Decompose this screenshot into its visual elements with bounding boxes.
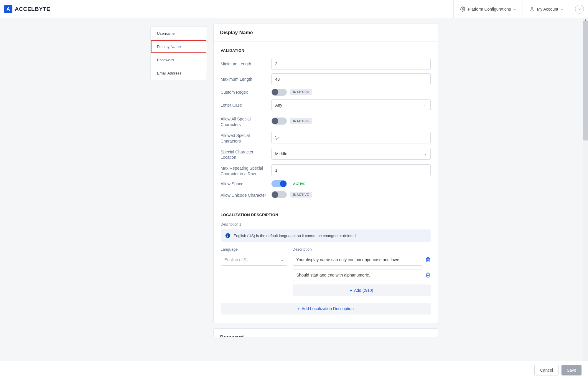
logo: A ACCELBYTE xyxy=(4,5,50,13)
help-button[interactable]: ? xyxy=(575,5,584,14)
custom-regex-toggle[interactable] xyxy=(271,89,287,96)
allowed-special-label: Allowed Special Characters xyxy=(221,131,271,144)
add-localization-button[interactable]: + Add Localization Description xyxy=(221,303,431,315)
localization-section-label: LOCALIZATION DESCRIPTION xyxy=(221,213,431,217)
custom-regex-badge: INACTIVE xyxy=(290,89,312,95)
logo-text: ACCELBYTE xyxy=(15,6,50,12)
allow-unicode-label: Allow Unicode Character xyxy=(221,191,271,198)
sidebar-item-display-name[interactable]: Display Name xyxy=(151,40,207,53)
allowed-special-input[interactable] xyxy=(271,132,431,143)
footer: Cancel Save xyxy=(0,361,588,375)
my-account-menu[interactable]: My Account ⌄ xyxy=(523,0,570,18)
gear-icon xyxy=(460,6,465,12)
letter-case-select[interactable]: Any ⌄ xyxy=(271,99,431,111)
info-box: i English (US) is the default language, … xyxy=(221,229,431,242)
chevron-down-icon: ⌄ xyxy=(424,152,427,156)
main-card: Display Name VALIDATION Minimum Length M… xyxy=(213,24,438,323)
chevron-down-icon: ⌄ xyxy=(281,258,284,262)
validation-section-label: VALIDATION xyxy=(221,48,431,53)
trash-icon[interactable] xyxy=(425,272,431,278)
sidebar-item-password[interactable]: Password xyxy=(151,53,207,67)
description-1-label: Description 1 xyxy=(221,222,431,226)
allow-space-toggle[interactable] xyxy=(271,180,287,187)
add-description-label: Add (2/10) xyxy=(354,288,373,293)
info-icon: i xyxy=(225,233,230,238)
special-loc-select[interactable]: Middle ⌄ xyxy=(271,148,431,160)
plus-icon: + xyxy=(297,306,300,311)
scrollbar[interactable]: ▲ xyxy=(583,18,588,361)
language-value: English (US) xyxy=(225,257,248,262)
scroll-up-icon[interactable]: ▲ xyxy=(583,18,588,21)
chevron-down-icon: ⌄ xyxy=(513,7,516,11)
max-length-label: Maximum Length xyxy=(221,77,271,82)
platform-config-label: Platform Configurations xyxy=(468,7,511,11)
scrollbar-thumb[interactable] xyxy=(583,21,588,140)
language-select[interactable]: English (US) ⌄ xyxy=(221,254,287,266)
side-tabs: Username Display Name Password Email Add… xyxy=(150,27,207,80)
topbar: A ACCELBYTE Platform Configurations ⌄ My… xyxy=(0,0,588,18)
platform-config-menu[interactable]: Platform Configurations ⌄ xyxy=(453,0,522,18)
chevron-down-icon: ⌄ xyxy=(424,103,427,107)
logo-mark-icon: A xyxy=(4,5,12,13)
sidebar-item-username[interactable]: Username xyxy=(151,27,207,40)
description-input-2[interactable] xyxy=(293,269,422,281)
help-icon: ? xyxy=(578,7,580,11)
topbar-right: Platform Configurations ⌄ My Account ⌄ ? xyxy=(453,0,584,18)
chevron-down-icon: ⌄ xyxy=(561,7,563,11)
max-length-input[interactable] xyxy=(271,73,431,85)
custom-regex-label: Custom Regex xyxy=(221,90,271,95)
plus-icon: + xyxy=(350,288,352,293)
max-repeat-label: Max Repeating Special Character in a Row xyxy=(221,164,271,177)
allow-unicode-toggle[interactable] xyxy=(271,191,287,198)
description-input-1[interactable] xyxy=(293,254,422,266)
allow-space-label: Allow Space xyxy=(221,181,271,187)
sidebar-item-email[interactable]: Email Address xyxy=(151,67,207,80)
allow-space-badge: ACTIVE xyxy=(290,181,309,187)
svg-point-1 xyxy=(531,7,533,9)
allow-special-badge: INACTIVE xyxy=(290,118,312,124)
description-row-2 xyxy=(293,269,431,281)
allow-special-toggle[interactable] xyxy=(271,117,287,125)
description-col-head: Description xyxy=(293,247,431,251)
add-localization-label: Add Localization Description xyxy=(302,306,354,311)
cancel-button[interactable]: Cancel xyxy=(534,365,559,375)
info-text: English (US) is the default language, so… xyxy=(234,234,357,238)
special-loc-value: Middle xyxy=(275,151,287,156)
next-card-title: Password xyxy=(214,329,438,337)
next-card: Password xyxy=(213,328,438,337)
user-icon xyxy=(529,6,535,12)
letter-case-value: Any xyxy=(275,103,282,107)
my-account-label: My Account xyxy=(537,7,558,11)
allow-special-label: Allow All Special Characters xyxy=(221,115,271,128)
max-repeat-input[interactable] xyxy=(271,164,431,176)
card-title: Display Name xyxy=(214,24,438,42)
min-length-label: Minimum Length xyxy=(221,61,271,67)
special-loc-label: Special Character Location xyxy=(221,148,271,160)
svg-point-0 xyxy=(462,8,464,10)
letter-case-label: Letter Case xyxy=(221,102,271,108)
trash-icon[interactable] xyxy=(425,257,431,262)
add-description-button[interactable]: + Add (2/10) xyxy=(293,284,431,296)
language-col-head: Language xyxy=(221,247,287,251)
save-button[interactable]: Save xyxy=(561,365,582,375)
min-length-input[interactable] xyxy=(271,58,431,70)
allow-unicode-badge: INACTIVE xyxy=(290,192,312,198)
description-row-1 xyxy=(293,254,431,266)
